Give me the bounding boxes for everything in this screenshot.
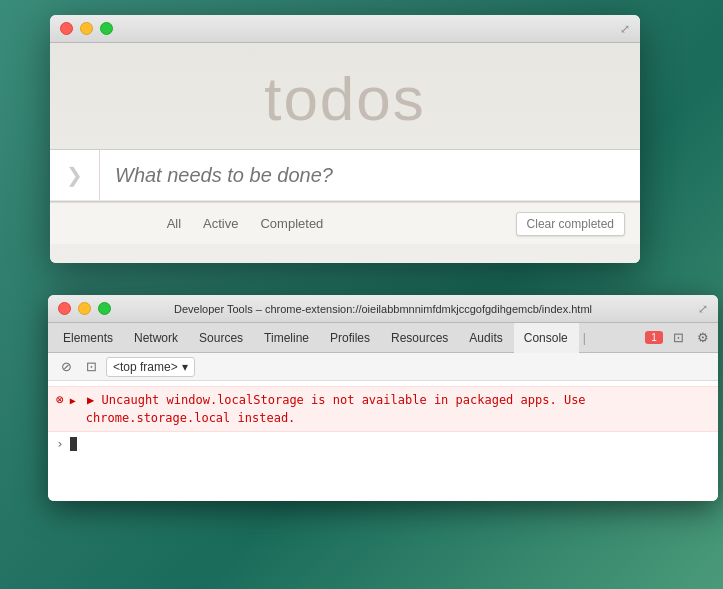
toggle-all-icon[interactable]: ❯ — [50, 150, 100, 200]
console-cursor[interactable] — [70, 437, 77, 451]
desktop: ⤢ todos ❯ All Active Completed Clear com… — [0, 0, 723, 589]
todos-input-row: ❯ — [50, 150, 640, 201]
filter-completed[interactable]: Completed — [249, 211, 334, 236]
close-button[interactable] — [60, 22, 73, 35]
tab-timeline[interactable]: Timeline — [254, 323, 320, 353]
devtools-window: Developer Tools – chrome-extension://oie… — [48, 295, 718, 501]
devtools-settings-icon[interactable]: ⚙ — [693, 328, 713, 348]
devtools-toolbar: ⊘ ⊡ <top frame> ▾ — [48, 353, 718, 381]
error-circle-icon: ⊗ — [56, 392, 64, 407]
tab-profiles[interactable]: Profiles — [320, 323, 381, 353]
expand-icon[interactable]: ⤢ — [620, 22, 630, 36]
devtools-expand-icon[interactable]: ⤢ — [698, 302, 708, 316]
todo-input[interactable] — [100, 150, 640, 200]
console-error-content: ▶ ▶ Uncaught window.localStorage is not … — [70, 391, 586, 427]
devtools-title: Developer Tools – chrome-extension://oie… — [174, 303, 592, 315]
todos-footer: All Active Completed Clear completed — [50, 202, 640, 244]
devtools-console: ⊗ ▶ ▶ Uncaught window.localStorage is no… — [48, 381, 718, 501]
app-title: todos — [50, 63, 640, 134]
no-entry-icon[interactable]: ⊘ — [56, 357, 76, 377]
devtools-minimize-button[interactable] — [78, 302, 91, 315]
frame-chevron-icon: ▾ — [182, 360, 188, 374]
error-line-1: ▶ ▶ Uncaught window.localStorage is not … — [70, 391, 586, 409]
devtools-window-controls — [58, 302, 111, 315]
devtools-maximize-button[interactable] — [98, 302, 111, 315]
todos-window: ⤢ todos ❯ All Active Completed Clear com… — [50, 15, 640, 263]
tab-separator: | — [579, 323, 590, 353]
filter-active[interactable]: Active — [192, 211, 249, 236]
tab-sources[interactable]: Sources — [189, 323, 254, 353]
tab-elements[interactable]: Elements — [53, 323, 124, 353]
tab-resources[interactable]: Resources — [381, 323, 459, 353]
filter-tabs: All Active Completed — [156, 211, 335, 236]
frame-selector[interactable]: <top frame> ▾ — [106, 357, 195, 377]
devtools-tab-bar: Elements Network Sources Timeline Profil… — [48, 323, 718, 353]
tab-console[interactable]: Console — [514, 323, 579, 353]
filter-all[interactable]: All — [156, 211, 192, 236]
console-error-row: ⊗ ▶ ▶ Uncaught window.localStorage is no… — [48, 386, 718, 432]
devtools-titlebar: Developer Tools – chrome-extension://oie… — [48, 295, 718, 323]
console-prompt-row: › — [48, 432, 718, 455]
window-controls — [60, 22, 113, 35]
minimize-button[interactable] — [80, 22, 93, 35]
error-triangle-icon[interactable]: ▶ — [70, 395, 76, 406]
todos-content: todos ❯ All Active Completed Clear compl… — [50, 43, 640, 263]
todos-titlebar: ⤢ — [50, 15, 640, 43]
prompt-arrow-icon: › — [56, 436, 64, 451]
tab-audits[interactable]: Audits — [459, 323, 513, 353]
error-line-2: chrome.storage.local instead. — [70, 409, 586, 427]
devtools-close-button[interactable] — [58, 302, 71, 315]
clear-completed-button[interactable]: Clear completed — [516, 212, 625, 236]
tab-network[interactable]: Network — [124, 323, 189, 353]
todos-input-area: ❯ — [50, 149, 640, 202]
devtools-tab-actions: 1 ⊡ ⚙ — [645, 328, 713, 348]
devtools-break-icon[interactable]: ⊡ — [668, 328, 688, 348]
error-badge: 1 — [645, 331, 663, 344]
filter-icon[interactable]: ⊡ — [81, 357, 101, 377]
frame-label: <top frame> — [113, 360, 178, 374]
maximize-button[interactable] — [100, 22, 113, 35]
